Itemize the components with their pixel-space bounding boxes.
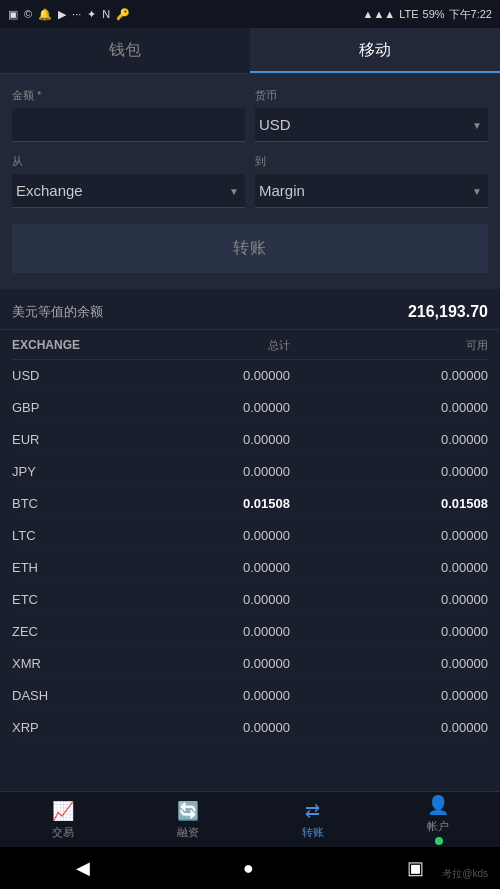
amount-input[interactable]: [12, 108, 245, 142]
table-row: USD 0.00000 0.00000: [12, 360, 488, 392]
currency-label: 货币: [255, 88, 488, 103]
signal-type: LTE: [399, 8, 418, 20]
asset-available: 0.00000: [290, 400, 488, 415]
table-row: ETH 0.00000 0.00000: [12, 552, 488, 584]
asset-available: 0.00000: [290, 528, 488, 543]
asset-total: 0.00000: [92, 432, 290, 447]
table-row: DASH 0.00000 0.00000: [12, 680, 488, 712]
asset-total: 0.00000: [92, 528, 290, 543]
icon-more: ···: [72, 8, 81, 20]
icon-play: ▶: [58, 8, 66, 21]
tab-mobile[interactable]: 移动: [250, 28, 500, 73]
asset-table-container: EXCHANGE 总计 可用 USD 0.00000 0.00000 GBP 0…: [0, 330, 500, 817]
asset-available: 0.00000: [290, 464, 488, 479]
tab-wallet[interactable]: 钱包: [0, 28, 250, 73]
col-total-header: 总计: [92, 338, 290, 353]
back-button[interactable]: ◀: [76, 857, 90, 879]
asset-available: 0.00000: [290, 624, 488, 639]
tab-mobile-label: 移动: [359, 40, 391, 61]
transfer-icon: ⇄: [305, 800, 320, 822]
system-bar: ◀ ● ▣ 考拉@kds: [0, 847, 500, 889]
from-label: 从: [12, 154, 245, 169]
asset-name: BTC: [12, 496, 92, 511]
funding-icon: 🔄: [177, 800, 199, 822]
time-display: 下午7:22: [449, 7, 492, 22]
amount-label: 金额 *: [12, 88, 245, 103]
icon-key: 🔑: [116, 8, 130, 21]
asset-total: 0.00000: [92, 400, 290, 415]
nav-trade-label: 交易: [52, 825, 74, 840]
status-left-icons: ▣ © 🔔 ▶ ··· ✦ N 🔑: [8, 8, 130, 21]
from-to-row: 从 Exchange 到 Margin: [12, 154, 488, 208]
from-group: 从 Exchange: [12, 154, 245, 208]
bottom-nav: 📈 交易 🔄 融资 ⇄ 转账 👤 帐户: [0, 791, 500, 847]
table-row: LTC 0.00000 0.00000: [12, 520, 488, 552]
balance-section: 美元等值的余额 216,193.70: [0, 289, 500, 330]
asset-name: XMR: [12, 656, 92, 671]
currency-select[interactable]: USD: [255, 108, 488, 142]
table-row: EUR 0.00000 0.00000: [12, 424, 488, 456]
asset-total: 0.00000: [92, 464, 290, 479]
asset-name: GBP: [12, 400, 92, 415]
asset-name: ETH: [12, 560, 92, 575]
from-select[interactable]: Exchange: [12, 174, 245, 208]
asset-available: 0.00000: [290, 720, 488, 735]
col-available-header: 可用: [290, 338, 488, 353]
watermark: 考拉@kds: [442, 867, 488, 881]
to-select-wrapper: Margin: [255, 174, 488, 208]
to-select[interactable]: Margin: [255, 174, 488, 208]
tab-wallet-label: 钱包: [109, 40, 141, 61]
from-select-wrapper: Exchange: [12, 174, 245, 208]
icon-bell: 🔔: [38, 8, 52, 21]
transfer-button[interactable]: 转账: [12, 224, 488, 273]
nav-account[interactable]: 👤 帐户: [375, 792, 500, 847]
asset-name: ETC: [12, 592, 92, 607]
amount-group: 金额 *: [12, 88, 245, 142]
asset-total: 0.00000: [92, 720, 290, 735]
battery-level: 59%: [423, 8, 445, 20]
asset-available: 0.00000: [290, 656, 488, 671]
asset-total: 0.00000: [92, 656, 290, 671]
tab-header: 钱包 移动: [0, 28, 500, 74]
account-icon: 👤: [427, 794, 449, 816]
balance-value: 216,193.70: [408, 303, 488, 321]
asset-total: 0.00000: [92, 560, 290, 575]
asset-total: 0.01508: [92, 496, 290, 511]
icon-bluetooth: ✦: [87, 8, 96, 21]
to-label: 到: [255, 154, 488, 169]
asset-total: 0.00000: [92, 624, 290, 639]
balance-label: 美元等值的余额: [12, 303, 103, 321]
status-right-info: ▲▲▲ LTE 59% 下午7:22: [363, 7, 492, 22]
asset-name: XRP: [12, 720, 92, 735]
asset-total: 0.00000: [92, 688, 290, 703]
asset-available: 0.00000: [290, 592, 488, 607]
form-area: 金额 * 货币 USD 从 Exchange 到: [0, 74, 500, 289]
table-header: EXCHANGE 总计 可用: [12, 330, 488, 360]
table-row: JPY 0.00000 0.00000: [12, 456, 488, 488]
home-button[interactable]: ●: [243, 858, 254, 879]
recents-button[interactable]: ▣: [407, 857, 424, 879]
currency-select-wrapper: USD: [255, 108, 488, 142]
asset-name: USD: [12, 368, 92, 383]
online-dot: [435, 837, 443, 845]
table-row: XMR 0.00000 0.00000: [12, 648, 488, 680]
table-row: BTC 0.01508 0.01508: [12, 488, 488, 520]
asset-available: 0.00000: [290, 368, 488, 383]
asset-available: 0.00000: [290, 688, 488, 703]
to-group: 到 Margin: [255, 154, 488, 208]
icon-menu: ▣: [8, 8, 18, 21]
nav-transfer[interactable]: ⇄ 转账: [250, 792, 375, 847]
nav-transfer-label: 转账: [302, 825, 324, 840]
asset-available: 0.01508: [290, 496, 488, 511]
nav-account-label: 帐户: [427, 819, 449, 834]
nav-funding[interactable]: 🔄 融资: [125, 792, 250, 847]
icon-app: ©: [24, 8, 32, 20]
asset-available: 0.00000: [290, 560, 488, 575]
table-row: XRP 0.00000 0.00000: [12, 712, 488, 744]
asset-available: 0.00000: [290, 432, 488, 447]
nav-trade[interactable]: 📈 交易: [0, 792, 125, 847]
trade-icon: 📈: [52, 800, 74, 822]
currency-group: 货币 USD: [255, 88, 488, 142]
signal-icon: ▲▲▲: [363, 8, 396, 20]
section-label: EXCHANGE: [12, 338, 92, 353]
